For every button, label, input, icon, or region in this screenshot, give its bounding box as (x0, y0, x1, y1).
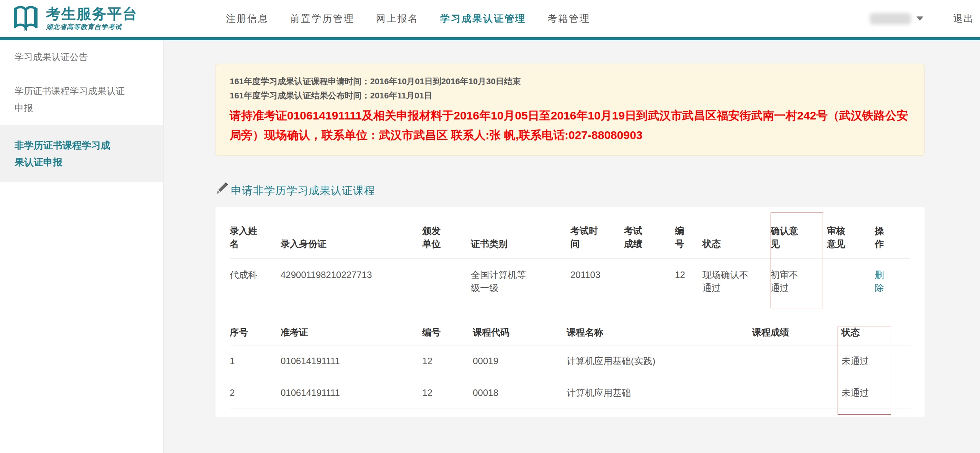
username-redacted[interactable] (870, 13, 911, 25)
col-ticket: 准考证 (281, 321, 422, 345)
col-action: 操 作 (875, 215, 910, 258)
course-table: 序号 准考证 编号 课程代码 课程名称 课程成绩 状态 1 0106141911… (230, 321, 910, 409)
certificate-row: 代成科 429001198210227713 全国计算机等 级一级 201103… (230, 258, 910, 306)
nav-item-online-signup[interactable]: 网上报名 (376, 12, 419, 25)
brand-title: 考生服务平台 (46, 6, 138, 21)
col-course-code: 课程代码 (473, 321, 567, 345)
col-course-number: 编号 (422, 321, 473, 345)
col-issuing-unit: 颁发 单位 (422, 215, 471, 258)
col-review-opinion: 审核 意见 (827, 215, 875, 258)
col-course-name: 课程名称 (567, 321, 752, 345)
sidebar-item-non-diploma-course-apply[interactable]: 非学历证书课程学习成 果认证申报 (0, 125, 163, 182)
cell-ticket: 010614191111 (281, 345, 422, 377)
pencil-icon (216, 182, 229, 197)
cell-exam-score (624, 258, 675, 306)
top-nav: 注册信息 前置学历管理 网上报名 学习成果认证管理 考籍管理 (226, 12, 590, 25)
cell-number: 12 (675, 258, 702, 306)
course-row: 1 010614191111 12 00019 计算机应用基础(实践) 未通过 (230, 345, 910, 377)
sidebar-item-diploma-course-apply[interactable]: 学历证书课程学习成果认证 申报 (0, 74, 163, 125)
cell-course-name: 计算机应用基础(实践) (567, 345, 752, 377)
cell-issuing-unit (422, 258, 471, 306)
cell-ticket: 010614191111 (281, 377, 422, 409)
delete-link[interactable]: 删 除 (875, 258, 910, 306)
col-exam-time: 考试时 间 (570, 215, 624, 258)
cell-course-status: 未通过 (841, 345, 910, 377)
nav-item-learning-cert-mgmt[interactable]: 学习成果认证管理 (440, 12, 526, 25)
book-icon (11, 5, 41, 32)
cell-cert-type: 全国计算机等 级一级 (471, 258, 570, 306)
cell-course-score (752, 377, 841, 409)
cell-course-number: 12 (422, 345, 473, 377)
brand-logo[interactable]: 考生服务平台 湖北省高等教育自学考试 (11, 5, 138, 32)
section-title: 申请非学历学习成果认证课程 (231, 183, 375, 198)
cell-seq: 1 (230, 345, 281, 377)
content-area: 161年度学习成果认证课程申请时间：2016年10月01日到2016年10月30… (163, 40, 980, 453)
cell-course-number: 12 (422, 377, 473, 409)
course-row: 2 010614191111 12 00018 计算机应用基础 未通过 (230, 377, 910, 409)
cell-entered-id: 429001198210227713 (281, 258, 422, 306)
cell-course-score (752, 345, 841, 377)
col-seq: 序号 (230, 321, 281, 345)
header-divider (0, 37, 980, 40)
col-entered-name: 录入姓 名 (230, 215, 281, 258)
cell-seq: 2 (230, 377, 281, 409)
cell-course-name: 计算机应用基础 (567, 377, 752, 409)
logout-button[interactable]: 退出 (953, 12, 974, 25)
col-confirm-opinion: 确认意 见 (771, 215, 827, 258)
cell-course-status: 未通过 (841, 377, 910, 409)
sidebar: 学习成果认证公告 学历证书课程学习成果认证 申报 非学历证书课程学习成 果认证申… (0, 40, 163, 453)
cell-confirm-opinion: 初审不 通过 (771, 258, 827, 306)
cell-exam-time: 201103 (570, 258, 624, 306)
col-exam-score: 考试 成绩 (624, 215, 675, 258)
brand-subtitle: 湖北省高等教育自学考试 (46, 23, 138, 31)
certificate-table-header-row: 录入姓 名 录入身份证 颁发 单位 证书类别 考试时 间 考试 成绩 编 号 状… (230, 215, 910, 258)
cell-review-opinion (827, 258, 875, 306)
header-user-area: 退出 (870, 12, 974, 25)
chevron-down-icon[interactable] (916, 16, 923, 21)
nav-item-register-info[interactable]: 注册信息 (226, 12, 269, 25)
notice-apply-time: 161年度学习成果认证课程申请时间：2016年10月01日到2016年10月30… (230, 74, 910, 88)
nav-item-prior-education[interactable]: 前置学历管理 (290, 12, 354, 25)
certificate-table: 录入姓 名 录入身份证 颁发 单位 证书类别 考试时 间 考试 成绩 编 号 状… (230, 215, 910, 306)
nav-item-exam-record-mgmt[interactable]: 考籍管理 (547, 12, 590, 25)
col-cert-type: 证书类别 (471, 215, 570, 258)
notice-box: 161年度学习成果认证课程申请时间：2016年10月01日到2016年10月30… (216, 64, 924, 156)
cell-status: 现场确认不 通过 (702, 258, 771, 306)
col-course-score: 课程成绩 (752, 321, 841, 345)
cell-entered-name: 代成科 (230, 258, 281, 306)
app-header: 考生服务平台 湖北省高等教育自学考试 注册信息 前置学历管理 网上报名 学习成果… (0, 0, 980, 37)
notice-alert-text: 请持准考证010614191111及相关申报材料于2016年10月05日至201… (230, 106, 910, 145)
col-entered-id: 录入身份证 (281, 215, 422, 258)
cell-course-code: 00019 (473, 345, 567, 377)
cell-course-code: 00018 (473, 377, 567, 409)
col-number: 编 号 (675, 215, 702, 258)
notice-publish-time: 161年度学习成果认证结果公布时间：2016年11月01日 (230, 88, 910, 103)
sidebar-item-cert-announcement[interactable]: 学习成果认证公告 (0, 40, 163, 74)
col-course-status: 状态 (841, 321, 910, 345)
application-card: 录入姓 名 录入身份证 颁发 单位 证书类别 考试时 间 考试 成绩 编 号 状… (216, 207, 924, 417)
section-header: 申请非学历学习成果认证课程 (216, 183, 980, 198)
col-status: 状态 (702, 215, 771, 258)
course-table-header-row: 序号 准考证 编号 课程代码 课程名称 课程成绩 状态 (230, 321, 910, 345)
